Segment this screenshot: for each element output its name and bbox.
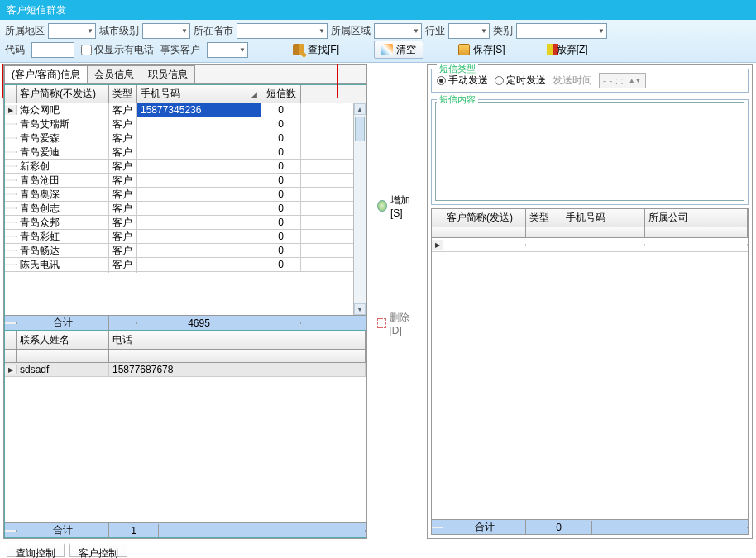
add-button[interactable]: 增加[S] [371, 197, 423, 215]
cell-phone[interactable] [137, 193, 261, 195]
tab-customer-control[interactable]: 客户控制 [69, 543, 127, 557]
cell-phone[interactable] [137, 236, 261, 237]
code-input[interactable] [31, 42, 74, 58]
col-type[interactable]: 类型 [109, 85, 137, 103]
cell-count[interactable]: 0 [261, 103, 301, 117]
cell-phone[interactable] [137, 179, 261, 181]
table-row[interactable]: 青岛爱迪客户0 [5, 145, 353, 160]
col-send-name[interactable]: 客户简称(发送) [443, 209, 526, 227]
cell-count[interactable]: 0 [261, 117, 301, 131]
cell-phone[interactable]: 15877345236 [137, 103, 261, 117]
table-row[interactable] [432, 238, 748, 252]
code-label: 代码 [5, 43, 25, 57]
footer-label: 合计 [17, 522, 109, 538]
chevron-down-icon: ▼ [87, 27, 93, 35]
table-row[interactable]: 青岛众邦客户0 [5, 216, 353, 230]
only-phone-checkbox[interactable] [81, 45, 92, 55]
cell-name[interactable]: 陈氏电讯 [17, 257, 109, 273]
cell-count[interactable]: 0 [261, 258, 301, 271]
cell-phone[interactable] [137, 123, 261, 125]
table-row[interactable]: 青岛彩虹客户0 [5, 230, 353, 244]
send-time-picker[interactable]: - - : : ▲▼ [599, 73, 646, 88]
cell-count[interactable]: 0 [261, 145, 301, 159]
find-button[interactable]: 查找[F] [286, 41, 346, 59]
footer-total: 1 [109, 524, 159, 537]
cell-count[interactable]: 0 [261, 230, 301, 243]
table-row[interactable]: sdsadf15877687678 [5, 363, 366, 377]
cell-count[interactable]: 0 [261, 160, 301, 173]
cell-phone[interactable] [137, 207, 261, 209]
col-send-type[interactable]: 类型 [526, 209, 562, 227]
table-row[interactable]: 青岛爱森客户0 [5, 131, 353, 145]
tab-member-info[interactable]: 会员信息 [87, 65, 141, 83]
row-marker [5, 179, 17, 181]
table-row[interactable]: 新彩创客户0 [5, 160, 353, 174]
row-marker [5, 105, 17, 115]
real-customer-combo[interactable]: ▼ [207, 42, 248, 58]
tab-query-control[interactable]: 查询控制 [7, 543, 65, 557]
radio-manual-send[interactable]: 手动发送 [437, 74, 488, 88]
delete-button[interactable]: 删除[D] [371, 314, 423, 332]
cell-contact[interactable]: sdsadf [17, 363, 109, 376]
col-sms-count[interactable]: 短信数 [261, 85, 301, 103]
footer-total: 0 [526, 521, 592, 534]
table-row[interactable]: 青岛沧田客户0 [5, 174, 353, 188]
radio-timed-send[interactable]: 定时发送 [495, 74, 546, 88]
scroll-up-arrow[interactable]: ▲ [354, 103, 366, 115]
discard-button[interactable]: 放弃[Z] [540, 41, 595, 59]
industry-combo[interactable]: ▼ [448, 23, 490, 39]
sms-content-textarea[interactable] [435, 102, 744, 201]
footer-label: 合计 [443, 519, 526, 535]
cell-count[interactable]: 0 [261, 174, 301, 187]
province-combo[interactable]: ▼ [237, 23, 328, 39]
cell-tel[interactable]: 15877687678 [109, 363, 366, 376]
footer-label: 合计 [17, 315, 109, 331]
col-phone[interactable]: 手机号码◢ [137, 85, 261, 103]
table-row[interactable]: 海众网吧客户158773452360 [5, 103, 353, 117]
cell-phone[interactable] [137, 264, 261, 265]
row-marker [5, 236, 17, 237]
col-contact-name[interactable]: 联系人姓名 [17, 331, 109, 349]
scroll-thumb[interactable] [355, 117, 365, 141]
cell-count[interactable]: 0 [261, 131, 301, 145]
category-combo[interactable]: ▼ [516, 23, 607, 39]
col-customer-name[interactable]: 客户简称(不发送) [17, 85, 109, 103]
table-row[interactable]: 陈氏电讯客户0 [5, 258, 353, 272]
cell-phone[interactable] [137, 222, 261, 223]
vertical-scrollbar[interactable]: ▲ ▼ [353, 103, 366, 315]
table-row[interactable]: 青岛创志客户0 [5, 202, 353, 216]
col-send-company[interactable]: 所属公司 [645, 209, 748, 227]
cell-phone[interactable] [137, 137, 261, 139]
col-send-phone[interactable]: 手机号码 [562, 209, 645, 227]
table-row[interactable]: 青岛艾瑞斯客户0 [5, 117, 353, 131]
cell-count[interactable]: 0 [261, 202, 301, 215]
sort-icon: ◢ [251, 90, 257, 98]
table-row[interactable]: 青岛畅达客户0 [5, 244, 353, 258]
window-title: 客户短信群发 [7, 4, 66, 16]
cell-count[interactable]: 0 [261, 188, 301, 201]
cell-type[interactable]: 客户 [109, 257, 137, 273]
industry-label: 行业 [425, 24, 445, 38]
save-label: 保存[S] [473, 43, 505, 57]
mid-buttons: 增加[S] 删除[D] [371, 64, 423, 539]
cell-count[interactable]: 0 [261, 244, 301, 257]
scroll-down-arrow[interactable]: ▼ [354, 303, 366, 315]
cell-phone[interactable] [137, 165, 261, 167]
cell-phone[interactable] [137, 151, 261, 153]
save-button[interactable]: 保存[S] [452, 41, 512, 59]
region-combo[interactable]: ▼ [48, 23, 96, 39]
footer-total: 4695 [137, 317, 261, 330]
citylevel-combo[interactable]: ▼ [142, 23, 190, 39]
clear-button[interactable]: 清空 [374, 41, 423, 59]
cell-phone[interactable] [137, 250, 261, 251]
col-tel[interactable]: 电话 [109, 331, 366, 349]
find-label: 查找[F] [308, 43, 339, 57]
cell-count[interactable]: 0 [261, 216, 301, 229]
chevron-down-icon: ▼ [413, 27, 419, 35]
area-combo[interactable]: ▼ [374, 23, 422, 39]
table-row[interactable]: 青岛奥深客户0 [5, 188, 353, 202]
tab-staff-info[interactable]: 职员信息 [141, 65, 195, 83]
sms-type-group: 短信类型 手动发送 定时发送 发送时间 - - : : ▲▼ [431, 69, 749, 93]
region-label: 所属地区 [5, 24, 45, 38]
tab-customer-info[interactable]: (客户/客商)信息 [4, 65, 88, 83]
